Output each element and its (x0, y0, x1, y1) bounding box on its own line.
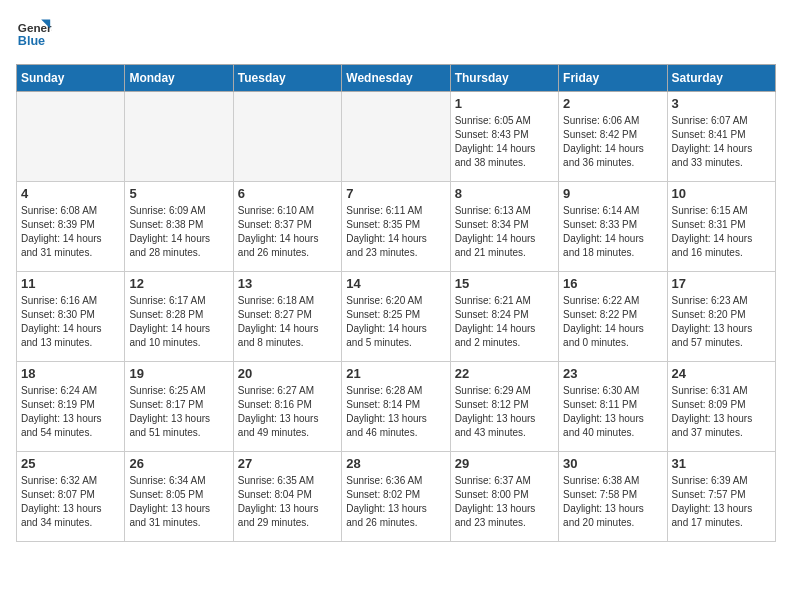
weekday-header: Tuesday (233, 65, 341, 92)
calendar-cell: 15Sunrise: 6:21 AM Sunset: 8:24 PM Dayli… (450, 272, 558, 362)
weekday-header: Saturday (667, 65, 775, 92)
day-info: Sunrise: 6:31 AM Sunset: 8:09 PM Dayligh… (672, 384, 771, 440)
calendar-cell: 13Sunrise: 6:18 AM Sunset: 8:27 PM Dayli… (233, 272, 341, 362)
logo: General Blue (16, 16, 52, 52)
day-info: Sunrise: 6:09 AM Sunset: 8:38 PM Dayligh… (129, 204, 228, 260)
day-number: 25 (21, 456, 120, 471)
day-number: 18 (21, 366, 120, 381)
day-number: 31 (672, 456, 771, 471)
calendar-cell: 17Sunrise: 6:23 AM Sunset: 8:20 PM Dayli… (667, 272, 775, 362)
day-number: 22 (455, 366, 554, 381)
day-number: 11 (21, 276, 120, 291)
day-number: 12 (129, 276, 228, 291)
day-info: Sunrise: 6:29 AM Sunset: 8:12 PM Dayligh… (455, 384, 554, 440)
day-info: Sunrise: 6:13 AM Sunset: 8:34 PM Dayligh… (455, 204, 554, 260)
day-number: 6 (238, 186, 337, 201)
calendar-week-row: 18Sunrise: 6:24 AM Sunset: 8:19 PM Dayli… (17, 362, 776, 452)
day-info: Sunrise: 6:25 AM Sunset: 8:17 PM Dayligh… (129, 384, 228, 440)
day-number: 7 (346, 186, 445, 201)
calendar-cell: 1Sunrise: 6:05 AM Sunset: 8:43 PM Daylig… (450, 92, 558, 182)
day-info: Sunrise: 6:37 AM Sunset: 8:00 PM Dayligh… (455, 474, 554, 530)
weekday-header: Sunday (17, 65, 125, 92)
calendar-cell: 12Sunrise: 6:17 AM Sunset: 8:28 PM Dayli… (125, 272, 233, 362)
calendar-cell: 11Sunrise: 6:16 AM Sunset: 8:30 PM Dayli… (17, 272, 125, 362)
calendar-cell: 20Sunrise: 6:27 AM Sunset: 8:16 PM Dayli… (233, 362, 341, 452)
day-info: Sunrise: 6:24 AM Sunset: 8:19 PM Dayligh… (21, 384, 120, 440)
day-number: 29 (455, 456, 554, 471)
day-info: Sunrise: 6:05 AM Sunset: 8:43 PM Dayligh… (455, 114, 554, 170)
day-number: 9 (563, 186, 662, 201)
day-info: Sunrise: 6:34 AM Sunset: 8:05 PM Dayligh… (129, 474, 228, 530)
day-info: Sunrise: 6:39 AM Sunset: 7:57 PM Dayligh… (672, 474, 771, 530)
day-number: 20 (238, 366, 337, 381)
calendar-cell: 6Sunrise: 6:10 AM Sunset: 8:37 PM Daylig… (233, 182, 341, 272)
day-info: Sunrise: 6:07 AM Sunset: 8:41 PM Dayligh… (672, 114, 771, 170)
calendar-week-row: 25Sunrise: 6:32 AM Sunset: 8:07 PM Dayli… (17, 452, 776, 542)
calendar-cell: 27Sunrise: 6:35 AM Sunset: 8:04 PM Dayli… (233, 452, 341, 542)
day-number: 2 (563, 96, 662, 111)
weekday-header: Thursday (450, 65, 558, 92)
svg-text:Blue: Blue (18, 34, 45, 48)
day-info: Sunrise: 6:35 AM Sunset: 8:04 PM Dayligh… (238, 474, 337, 530)
calendar-cell: 9Sunrise: 6:14 AM Sunset: 8:33 PM Daylig… (559, 182, 667, 272)
day-info: Sunrise: 6:16 AM Sunset: 8:30 PM Dayligh… (21, 294, 120, 350)
day-info: Sunrise: 6:15 AM Sunset: 8:31 PM Dayligh… (672, 204, 771, 260)
calendar-week-row: 4Sunrise: 6:08 AM Sunset: 8:39 PM Daylig… (17, 182, 776, 272)
day-info: Sunrise: 6:11 AM Sunset: 8:35 PM Dayligh… (346, 204, 445, 260)
day-number: 21 (346, 366, 445, 381)
day-number: 30 (563, 456, 662, 471)
day-number: 17 (672, 276, 771, 291)
calendar-cell: 16Sunrise: 6:22 AM Sunset: 8:22 PM Dayli… (559, 272, 667, 362)
day-info: Sunrise: 6:28 AM Sunset: 8:14 PM Dayligh… (346, 384, 445, 440)
day-number: 15 (455, 276, 554, 291)
day-info: Sunrise: 6:10 AM Sunset: 8:37 PM Dayligh… (238, 204, 337, 260)
day-number: 23 (563, 366, 662, 381)
calendar-cell: 26Sunrise: 6:34 AM Sunset: 8:05 PM Dayli… (125, 452, 233, 542)
day-number: 13 (238, 276, 337, 291)
day-info: Sunrise: 6:23 AM Sunset: 8:20 PM Dayligh… (672, 294, 771, 350)
day-info: Sunrise: 6:20 AM Sunset: 8:25 PM Dayligh… (346, 294, 445, 350)
day-info: Sunrise: 6:21 AM Sunset: 8:24 PM Dayligh… (455, 294, 554, 350)
calendar-cell: 10Sunrise: 6:15 AM Sunset: 8:31 PM Dayli… (667, 182, 775, 272)
day-number: 26 (129, 456, 228, 471)
calendar-cell: 8Sunrise: 6:13 AM Sunset: 8:34 PM Daylig… (450, 182, 558, 272)
day-number: 16 (563, 276, 662, 291)
day-info: Sunrise: 6:18 AM Sunset: 8:27 PM Dayligh… (238, 294, 337, 350)
calendar-cell: 22Sunrise: 6:29 AM Sunset: 8:12 PM Dayli… (450, 362, 558, 452)
calendar-cell: 21Sunrise: 6:28 AM Sunset: 8:14 PM Dayli… (342, 362, 450, 452)
calendar-cell: 19Sunrise: 6:25 AM Sunset: 8:17 PM Dayli… (125, 362, 233, 452)
day-info: Sunrise: 6:30 AM Sunset: 8:11 PM Dayligh… (563, 384, 662, 440)
day-number: 5 (129, 186, 228, 201)
day-info: Sunrise: 6:22 AM Sunset: 8:22 PM Dayligh… (563, 294, 662, 350)
calendar-cell: 29Sunrise: 6:37 AM Sunset: 8:00 PM Dayli… (450, 452, 558, 542)
weekday-header: Friday (559, 65, 667, 92)
day-info: Sunrise: 6:08 AM Sunset: 8:39 PM Dayligh… (21, 204, 120, 260)
day-info: Sunrise: 6:32 AM Sunset: 8:07 PM Dayligh… (21, 474, 120, 530)
day-number: 4 (21, 186, 120, 201)
day-info: Sunrise: 6:14 AM Sunset: 8:33 PM Dayligh… (563, 204, 662, 260)
day-info: Sunrise: 6:17 AM Sunset: 8:28 PM Dayligh… (129, 294, 228, 350)
calendar-week-row: 1Sunrise: 6:05 AM Sunset: 8:43 PM Daylig… (17, 92, 776, 182)
day-number: 8 (455, 186, 554, 201)
day-number: 1 (455, 96, 554, 111)
day-number: 24 (672, 366, 771, 381)
calendar-cell: 7Sunrise: 6:11 AM Sunset: 8:35 PM Daylig… (342, 182, 450, 272)
day-number: 14 (346, 276, 445, 291)
calendar-cell (342, 92, 450, 182)
weekday-header: Monday (125, 65, 233, 92)
calendar-cell: 25Sunrise: 6:32 AM Sunset: 8:07 PM Dayli… (17, 452, 125, 542)
calendar-week-row: 11Sunrise: 6:16 AM Sunset: 8:30 PM Dayli… (17, 272, 776, 362)
day-number: 19 (129, 366, 228, 381)
day-info: Sunrise: 6:06 AM Sunset: 8:42 PM Dayligh… (563, 114, 662, 170)
calendar-cell: 28Sunrise: 6:36 AM Sunset: 8:02 PM Dayli… (342, 452, 450, 542)
weekday-header: Wednesday (342, 65, 450, 92)
logo-icon: General Blue (16, 16, 52, 52)
calendar-cell: 30Sunrise: 6:38 AM Sunset: 7:58 PM Dayli… (559, 452, 667, 542)
day-info: Sunrise: 6:38 AM Sunset: 7:58 PM Dayligh… (563, 474, 662, 530)
calendar-cell (125, 92, 233, 182)
page-header: General Blue (16, 16, 776, 52)
calendar-cell: 31Sunrise: 6:39 AM Sunset: 7:57 PM Dayli… (667, 452, 775, 542)
calendar-cell: 5Sunrise: 6:09 AM Sunset: 8:38 PM Daylig… (125, 182, 233, 272)
weekday-header-row: SundayMondayTuesdayWednesdayThursdayFrid… (17, 65, 776, 92)
calendar-cell: 24Sunrise: 6:31 AM Sunset: 8:09 PM Dayli… (667, 362, 775, 452)
